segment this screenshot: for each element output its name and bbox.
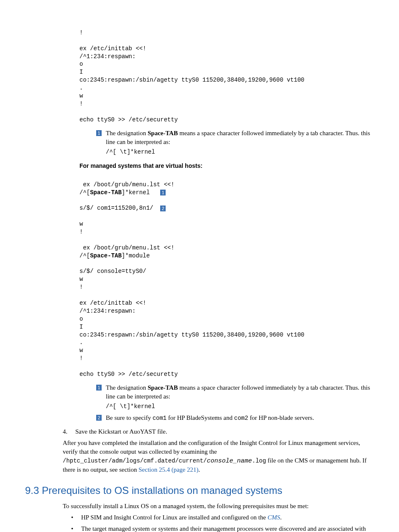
code-line: ! bbox=[79, 284, 83, 290]
section-intro: To successfully install a Linux OS on a … bbox=[63, 502, 374, 511]
callout-1-icon: 1 bbox=[96, 385, 102, 391]
note-code: /^[ \t]*kernel bbox=[106, 403, 374, 411]
list-item-text: HP SIM and Insight Control for Linux are… bbox=[81, 513, 281, 522]
note-code: /^[ \t]*kernel bbox=[106, 148, 374, 157]
step-text: Save the Kickstart or AuoYAST file. bbox=[75, 427, 167, 436]
callout-1-icon: 1 bbox=[96, 130, 102, 136]
code-line: echo ttyS0 >> /etc/securetty bbox=[79, 371, 178, 378]
code-line: ex /boot/grub/menu.lst <<! bbox=[79, 244, 174, 251]
code-line: w bbox=[79, 276, 83, 283]
code-line: ex /boot/grub/menu.lst <<! bbox=[79, 181, 174, 188]
prerequisite-list: • HP SIM and Insight Control for Linux a… bbox=[71, 513, 374, 532]
bullet-icon: • bbox=[71, 524, 81, 532]
code-line: w bbox=[79, 93, 83, 99]
code-block-2: ex /boot/grub/menu.lst <<! /^[Space-TAB]… bbox=[79, 173, 374, 378]
code-line: ! bbox=[79, 100, 83, 107]
note-text: Be sure to specify com1 for HP BladeSyst… bbox=[106, 414, 314, 423]
code-line: . bbox=[79, 339, 83, 346]
note-text: The designation Space-TAB means a space … bbox=[106, 384, 370, 400]
code-line: ! bbox=[79, 355, 83, 362]
step-number: 4. bbox=[63, 427, 75, 436]
note-block-2: 1 The designation Space-TAB means a spac… bbox=[96, 383, 374, 422]
step-4: 4. Save the Kickstart or AuoYAST file. bbox=[63, 427, 374, 436]
code-line: /^1:234:respawn: bbox=[79, 308, 136, 314]
code-line: co:2345:respawn:/sbin/agetty ttyS0 11520… bbox=[79, 332, 304, 338]
code-line: co:2345:respawn:/sbin/agetty ttyS0 11520… bbox=[79, 77, 304, 83]
code-line: ex /etc/inittab <<! bbox=[79, 300, 146, 306]
section-heading-9-3: 9.3 Prerequisites to OS installations on… bbox=[25, 483, 374, 498]
callout-1-icon: 1 bbox=[160, 190, 166, 195]
code-line: ! bbox=[79, 29, 83, 36]
cms-glossary-link[interactable]: CMS bbox=[268, 514, 280, 521]
note-text: The designation Space-TAB means a space … bbox=[106, 130, 370, 145]
code-line: I bbox=[79, 69, 83, 75]
list-item: • HP SIM and Insight Control for Linux a… bbox=[71, 513, 374, 522]
code-line: . bbox=[79, 85, 83, 91]
list-item-text: The target managed system or systems and… bbox=[81, 524, 374, 532]
code-block-1: ! ex /etc/inittab <<! /^1:234:respawn: o… bbox=[79, 21, 374, 124]
code-line: I bbox=[79, 324, 83, 330]
code-line: o bbox=[79, 61, 83, 67]
bullet-icon: • bbox=[71, 513, 81, 522]
list-item: • The target managed system or systems a… bbox=[71, 524, 374, 532]
code-line: ex /etc/inittab <<! bbox=[79, 45, 146, 52]
code-line: /^1:234:respawn: bbox=[79, 53, 136, 60]
code-line: o bbox=[79, 316, 83, 322]
code-line: w bbox=[79, 347, 83, 354]
code-line: echo ttyS0 >> /etc/securetty bbox=[79, 116, 178, 123]
callout-2-icon: 2 bbox=[160, 206, 166, 211]
callout-2-icon: 2 bbox=[96, 415, 102, 421]
note-block-1: 1 The designation Space-TAB means a spac… bbox=[96, 129, 374, 157]
section-link[interactable]: Section 25.4 (page 221) bbox=[138, 466, 198, 473]
code-line: ! bbox=[79, 229, 83, 235]
paragraph-after-steps: After you have completed the installatio… bbox=[63, 439, 374, 474]
subheading-virtual-hosts: For managed systems that are virtual hos… bbox=[79, 162, 374, 170]
code-line: s/$/ console=ttyS0/ bbox=[79, 268, 146, 275]
code-line: w bbox=[79, 221, 83, 227]
